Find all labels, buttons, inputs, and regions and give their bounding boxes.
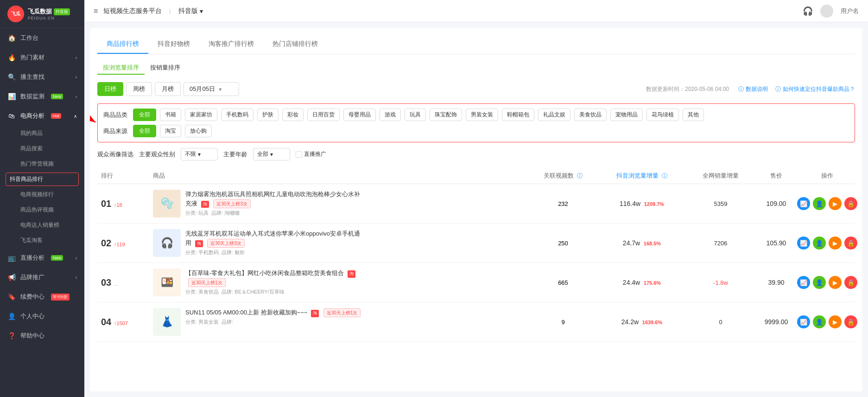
- sidebar-item-help[interactable]: ❓ 帮助中心: [0, 326, 84, 346]
- tab-tiktok-good[interactable]: 抖音好物榜: [148, 35, 199, 54]
- live-promo-checkbox[interactable]: [296, 151, 302, 158]
- question-icon: ⓘ: [738, 85, 744, 93]
- header-right: 🎧 用户名: [803, 5, 859, 18]
- source-all[interactable]: 全部: [133, 125, 156, 137]
- category-pets[interactable]: 宠物用品: [610, 109, 643, 121]
- category-skincare[interactable]: 护肤: [257, 109, 279, 121]
- tab-product-rank[interactable]: 商品排行榜: [97, 35, 148, 54]
- lock-btn-1[interactable]: 🔒: [844, 197, 857, 210]
- col-header-related: 关联视频数 ⓘ: [531, 172, 596, 180]
- related-videos-3: 665: [531, 279, 596, 286]
- age-select[interactable]: 全部 ▾: [253, 148, 290, 160]
- daily-btn[interactable]: 日榜: [97, 82, 123, 96]
- source-fangxin[interactable]: 放心购: [185, 125, 212, 137]
- chart-btn-4[interactable]: 📈: [797, 315, 810, 328]
- monthly-btn[interactable]: 月榜: [155, 82, 181, 96]
- sidebar-item-anchor-search[interactable]: 🔍 播主查找 ›: [0, 67, 84, 87]
- sidebar-item-product-review-video[interactable]: 商品热评视频: [0, 202, 84, 218]
- lock-btn-2[interactable]: 🔒: [844, 237, 857, 250]
- username: 用户名: [841, 7, 859, 15]
- sidebar-item-renewal[interactable]: 🔖 续费中心 年付6折: [0, 287, 84, 307]
- sidebar-item-brand[interactable]: 📢 品牌推广 ›: [0, 268, 84, 287]
- tiktok-views-info-icon[interactable]: ⓘ: [662, 173, 667, 179]
- related-videos-1: 232: [531, 200, 596, 207]
- help-link-data-desc[interactable]: ⓘ 数据说明: [738, 85, 768, 93]
- category-books[interactable]: 书籍: [160, 109, 181, 121]
- platform-selector[interactable]: 抖音版 ▾: [178, 7, 203, 15]
- col-header-price: 售价: [753, 172, 799, 180]
- user-btn-4[interactable]: 👤: [813, 315, 826, 328]
- user-btn-2[interactable]: 👤: [813, 237, 826, 250]
- sidebar-item-product-search[interactable]: 商品搜索: [0, 141, 84, 156]
- product-badge-2: 淘: [195, 240, 203, 248]
- category-bags[interactable]: 鞋帽箱包: [502, 109, 534, 121]
- sidebar-item-workspace-label: 工作台: [20, 34, 38, 42]
- sort-by-views[interactable]: 按浏览量排序: [97, 62, 145, 75]
- gender-select[interactable]: 不限 ▾: [181, 148, 218, 160]
- menu-icon[interactable]: ≡: [94, 7, 98, 15]
- sidebar-item-live[interactable]: 📺 直播分析 New ›: [0, 248, 84, 268]
- category-daily[interactable]: 日用百货: [307, 109, 340, 121]
- sidebar-item-hot-goods-video[interactable]: 热门带货视频: [0, 156, 84, 172]
- chart-btn-2[interactable]: 📈: [797, 237, 810, 250]
- sidebar-item-ecommerce-video-rank[interactable]: 电商视频排行: [0, 187, 84, 202]
- sidebar-item-hot-material[interactable]: 🔥 热门素材 ›: [0, 48, 84, 67]
- views-pct-4: 1639.6%: [642, 320, 662, 325]
- video-btn-1[interactable]: ▶: [829, 197, 842, 210]
- category-games[interactable]: 游戏: [380, 109, 401, 121]
- audience-label: 观众画像筛选: [97, 150, 133, 159]
- category-digital[interactable]: 手机数码: [221, 109, 253, 121]
- video-btn-2[interactable]: ▶: [829, 237, 842, 250]
- sidebar-item-ecommerce-talent[interactable]: 电商达人销量榜: [0, 218, 84, 233]
- live-promo-filter[interactable]: 直播推广: [296, 150, 326, 158]
- lock-btn-3[interactable]: 🔒: [844, 276, 857, 289]
- product-name-2[interactable]: 无线蓝牙耳机双耳运动单入耳式迷你苹果小米oppovivo安卓手机通用 淘 近30…: [185, 229, 361, 248]
- category-food[interactable]: 美食饮品: [574, 109, 607, 121]
- category-plants[interactable]: 花鸟绿植: [646, 109, 679, 121]
- date-arrow: ▾: [219, 86, 222, 93]
- video-btn-4[interactable]: ▶: [829, 315, 842, 328]
- sidebar-item-tiktok-product-rank[interactable]: 抖音商品排行: [6, 173, 79, 186]
- video-btn-3[interactable]: ▶: [829, 276, 842, 289]
- lock-btn-4[interactable]: 🔒: [844, 315, 857, 328]
- rank-cell-4: 04 ↑1507: [97, 317, 153, 327]
- category-home[interactable]: 家居家坊: [185, 109, 217, 121]
- category-others[interactable]: 其他: [683, 109, 704, 121]
- chart-btn-3[interactable]: 📈: [797, 276, 810, 289]
- sidebar-item-data-monitor[interactable]: 📊 数据监测 New ›: [0, 87, 84, 106]
- headphone-icon[interactable]: 🎧: [803, 6, 813, 16]
- product-name-3[interactable]: 【百草味-零食大礼包】网红小吃休闲食品整箱吃货美食组合 淘 近30天上榜1次: [185, 269, 361, 287]
- source-label: 商品来源: [103, 127, 127, 135]
- sort-by-sales[interactable]: 按销量排序: [145, 62, 186, 75]
- monitor-icon: 📊: [7, 93, 16, 100]
- user-btn-1[interactable]: 👤: [813, 197, 826, 210]
- tab-hot-store[interactable]: 热门店铺排行榜: [263, 35, 327, 54]
- category-jewelry[interactable]: 珠宝配饰: [430, 109, 462, 121]
- header-title: 短视频生态服务平台: [103, 7, 162, 15]
- product-name-4[interactable]: SUN11 05/05 AM00:00上新 抢新收藏加购~~~ 淘 近30天上榜…: [185, 308, 361, 317]
- product-details-2: 无线蓝牙耳机双耳运动单入耳式迷你苹果小米oppovivo安卓手机通用 淘 近30…: [185, 229, 531, 256]
- chart-btn-1[interactable]: 📈: [797, 197, 810, 210]
- category-toys[interactable]: 玩具: [405, 109, 426, 121]
- sidebar-item-feigua-taoke[interactable]: 飞瓜淘客: [0, 233, 84, 248]
- sidebar-item-ecommerce[interactable]: 🛍 电商分析 Hot ∧: [0, 106, 84, 126]
- related-info-icon[interactable]: ⓘ: [577, 173, 583, 179]
- category-clothing[interactable]: 男装女装: [466, 109, 498, 121]
- category-mother-baby[interactable]: 母婴用品: [343, 109, 376, 121]
- weekly-btn[interactable]: 周榜: [126, 82, 152, 96]
- sidebar-item-workspace[interactable]: 🏠 工作台: [0, 28, 84, 48]
- sidebar-item-my-products[interactable]: 我的商品: [0, 126, 84, 141]
- user-btn-3[interactable]: 👤: [813, 276, 826, 289]
- category-cosmetics[interactable]: 彩妆: [282, 109, 304, 121]
- source-taobao[interactable]: 淘宝: [160, 125, 181, 137]
- tab-taoke-rank[interactable]: 淘客推广排行榜: [199, 35, 263, 54]
- product-name-1[interactable]: 弹力烟雾泡泡机器玩具照相机网红儿童电动吹泡泡枪棒少女心水补充液 淘 近30天上榜…: [185, 190, 361, 208]
- sidebar-item-personal[interactable]: 👤 个人中心: [0, 307, 84, 326]
- date-selector[interactable]: 05月05日 ▾: [184, 82, 239, 96]
- category-all[interactable]: 全部: [133, 109, 156, 121]
- help-icon: ❓: [7, 332, 16, 339]
- arrow-annotation: [90, 113, 98, 133]
- category-gifts[interactable]: 礼品文娱: [538, 109, 570, 121]
- help-link-find-hot[interactable]: ⓘ 如何快速定位抖音爆款商品？: [775, 85, 855, 93]
- category-label: 商品品类: [103, 111, 127, 119]
